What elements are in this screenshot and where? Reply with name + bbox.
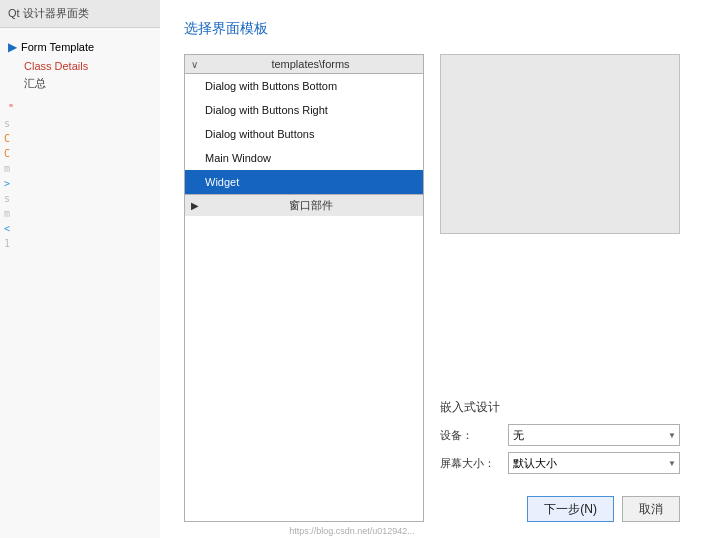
device-select-wrapper: 无 [508,424,680,446]
cancel-button[interactable]: 取消 [622,496,680,522]
embedded-section: 嵌入式设计 设备： 无 屏幕大小： 默认大小 [440,387,680,480]
list-item-1[interactable]: Dialog with Buttons Right [185,98,423,122]
list-item-3[interactable]: Main Window [185,146,423,170]
nav-sub-summary[interactable]: 汇总 [0,74,160,93]
device-select[interactable]: 无 [508,424,680,446]
list-item-4[interactable]: Widget [185,170,423,194]
list-item-2[interactable]: Dialog without Buttons [185,122,423,146]
device-row: 设备： 无 [440,424,680,446]
code-line-2: s [4,116,156,131]
code-line-1: " [4,101,156,116]
subheader-chevron-icon: ▶ [191,200,199,211]
main-content: 选择界面模板 ∨ templates\forms Dialog with But… [160,0,704,538]
preview-box [440,54,680,234]
embedded-title: 嵌入式设计 [440,399,680,416]
nav-arrow-icon: ▶ [8,40,17,54]
list-header-chevron-icon: ∨ [191,59,198,70]
list-header: ∨ templates\forms [185,55,423,74]
code-line-3: C [4,131,156,146]
code-lines-area: " s C C m > s m < 1 [0,97,160,255]
screen-row: 屏幕大小： 默认大小 [440,452,680,474]
list-item-0[interactable]: Dialog with Buttons Bottom [185,74,423,98]
left-top-bar: Qt 设计器界面类 [0,0,160,28]
list-subheader-text: 窗口部件 [205,198,417,213]
code-line-4: C [4,146,156,161]
code-line-10: 1 [4,236,156,251]
url-watermark: https://blog.csdn.net/u012942... [289,526,415,536]
nav-item-label: Form Template [21,41,94,53]
next-button[interactable]: 下一步(N) [527,496,614,522]
code-line-8: m [4,206,156,221]
code-line-5: m [4,161,156,176]
code-line-9: < [4,221,156,236]
nav-items: ▶ Form Template Class Details 汇总 [0,28,160,93]
content-body: ∨ templates\forms Dialog with Buttons Bo… [184,54,680,522]
section-title: 选择界面模板 [184,20,680,38]
left-panel: Qt 设计器界面类 ▶ Form Template Class Details … [0,0,160,538]
footer: 下一步(N) 取消 [440,480,680,522]
qt-header-text: Qt 设计器界面类 [8,6,89,21]
screen-label: 屏幕大小： [440,456,500,471]
nav-sub-class-details[interactable]: Class Details [0,58,160,74]
nav-item-form-template[interactable]: ▶ Form Template [0,36,160,58]
device-label: 设备： [440,428,500,443]
template-list-container: ∨ templates\forms Dialog with Buttons Bo… [184,54,424,522]
screen-select[interactable]: 默认大小 [508,452,680,474]
code-line-7: s [4,191,156,206]
dialog-container: Qt 设计器界面类 ▶ Form Template Class Details … [0,0,704,538]
preview-area: 嵌入式设计 设备： 无 屏幕大小： 默认大小 [440,54,680,522]
code-line-6: > [4,176,156,191]
screen-select-wrapper: 默认大小 [508,452,680,474]
list-header-text: templates\forms [204,58,417,70]
list-subheader[interactable]: ▶ 窗口部件 [185,194,423,216]
